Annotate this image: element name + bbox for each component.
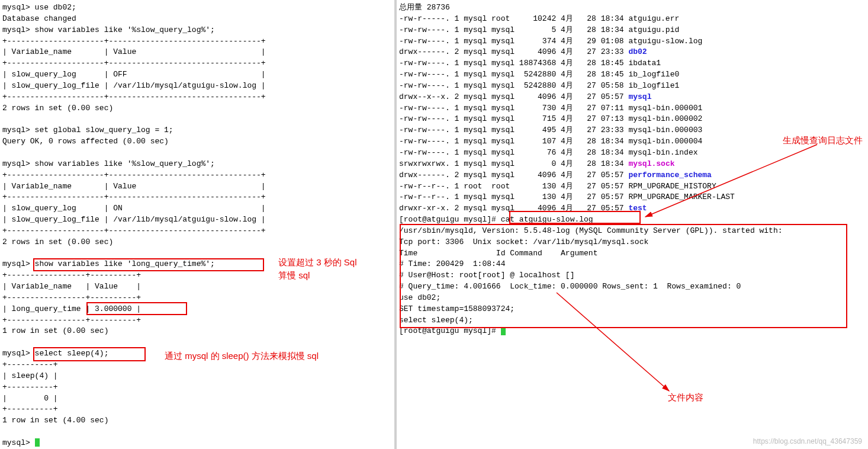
annotation-slow-sql-threshold: 设置超过 3 秒的 Sql 算慢 sql (278, 256, 357, 282)
left-terminal[interactable]: mysql> use db02; Database changed mysql>… (0, 0, 397, 449)
annotation-sleep-simulate: 通过 mysql 的 sleep() 方法来模拟慢 sql (165, 349, 319, 363)
annotation-file-content: 文件内容 (668, 391, 703, 404)
annotation-gen-slow-log: 生成慢查询日志文件 (783, 134, 863, 147)
cursor-icon (35, 438, 40, 447)
cursor-icon (501, 327, 506, 335)
watermark: https://blog.csdn.net/qq_43647359 (753, 437, 862, 447)
right-terminal[interactable]: 总用量 28736 -rw-r-----. 1 mysql root 10242… (397, 0, 868, 449)
